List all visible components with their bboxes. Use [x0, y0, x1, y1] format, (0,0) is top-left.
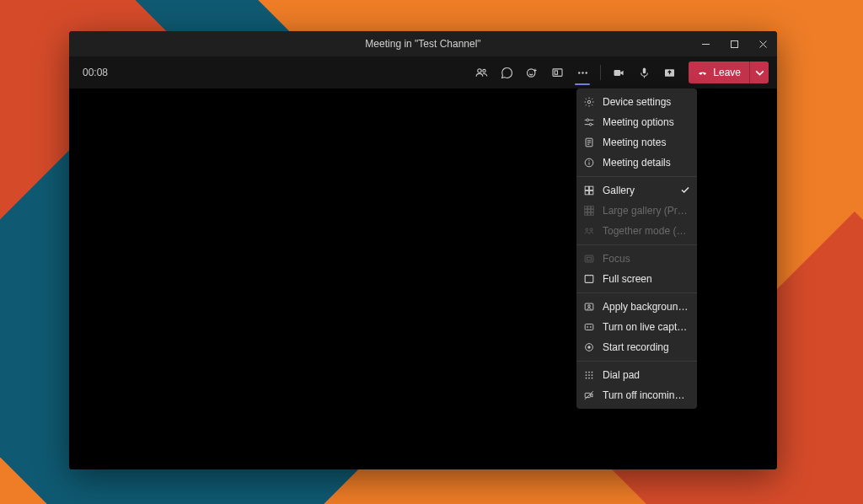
maximize-icon: [730, 40, 739, 49]
leave-label: Leave: [713, 67, 741, 78]
svg-rect-39: [591, 209, 593, 212]
titlebar: Meeting in "Test Channel": [69, 31, 777, 56]
svg-point-22: [589, 123, 592, 126]
close-button[interactable]: [748, 31, 777, 56]
maximize-button[interactable]: [720, 31, 748, 56]
more-actions-button[interactable]: [570, 56, 595, 88]
menu-gallery[interactable]: Gallery: [576, 180, 697, 201]
svg-rect-10: [555, 70, 557, 73]
svg-point-44: [590, 228, 592, 231]
menu-separator: [576, 244, 697, 245]
menu-live-captions[interactable]: Turn on live captions: [576, 317, 697, 337]
menu-focus: Focus: [576, 249, 697, 269]
svg-point-8: [532, 72, 533, 72]
record-icon: [583, 341, 595, 353]
menu-separator: [576, 292, 697, 293]
participants-button[interactable]: [469, 56, 494, 88]
svg-point-43: [586, 228, 588, 231]
svg-rect-40: [585, 212, 587, 215]
close-icon: [758, 40, 768, 49]
menu-background-effects[interactable]: Apply background effects: [576, 297, 697, 317]
minimize-icon: [701, 40, 710, 49]
menu-large-gallery: Large gallery (Preview): [576, 201, 697, 221]
svg-point-18: [587, 100, 591, 104]
meeting-window: Meeting in "Test Channel" 00:08: [69, 31, 777, 469]
svg-rect-45: [585, 255, 593, 262]
fullscreen-icon: [583, 273, 595, 285]
menu-label: Full screen: [603, 273, 689, 285]
reactions-icon: [525, 66, 539, 80]
menu-device-settings[interactable]: Device settings: [576, 92, 697, 112]
background-icon: [583, 301, 595, 313]
svg-rect-37: [585, 209, 587, 212]
svg-point-58: [592, 374, 593, 376]
svg-point-49: [588, 305, 591, 308]
menu-label: Large gallery (Preview): [603, 205, 689, 217]
svg-rect-36: [591, 206, 593, 209]
mic-button[interactable]: [631, 56, 657, 88]
menu-start-recording[interactable]: Start recording: [576, 337, 697, 357]
menu-label: Together mode (Preview): [603, 225, 689, 237]
toolbar-actions: Leave: [469, 56, 769, 88]
leave-caret[interactable]: [749, 62, 769, 83]
menu-label: Dial pad: [603, 369, 689, 381]
video-off-icon: [583, 389, 595, 401]
svg-rect-14: [614, 70, 620, 76]
menu-label: Device settings: [603, 96, 689, 108]
check-icon: [680, 185, 690, 195]
menu-label: Gallery: [603, 185, 689, 196]
svg-point-12: [582, 72, 583, 73]
svg-point-20: [587, 119, 589, 121]
menu-separator: [576, 361, 697, 362]
menu-full-screen[interactable]: Full screen: [576, 269, 697, 289]
svg-rect-38: [587, 209, 590, 212]
camera-button[interactable]: [606, 56, 631, 88]
menu-meeting-notes[interactable]: Meeting notes: [576, 132, 697, 153]
mic-icon: [637, 66, 651, 80]
menu-dial-pad[interactable]: Dial pad: [576, 365, 697, 385]
call-timer: 00:08: [83, 67, 108, 78]
rooms-icon: [550, 66, 565, 80]
together-icon: [583, 225, 595, 237]
leave-button[interactable]: Leave: [689, 62, 769, 83]
svg-rect-33: [589, 190, 592, 194]
chevron-down-icon: [754, 67, 765, 78]
menu-label: Turn on live captions: [603, 321, 689, 333]
svg-point-52: [587, 346, 591, 349]
svg-point-5: [483, 69, 485, 72]
svg-rect-15: [643, 67, 646, 73]
menu-meeting-details[interactable]: Meeting details: [576, 153, 697, 173]
svg-rect-35: [587, 206, 590, 209]
window-title: Meeting in "Test Channel": [69, 38, 777, 50]
minimize-button[interactable]: [691, 31, 720, 56]
reactions-button[interactable]: [519, 56, 544, 88]
svg-rect-47: [585, 276, 593, 283]
info-icon: [583, 157, 595, 169]
gallery-icon: [583, 185, 595, 196]
chat-icon: [500, 66, 514, 80]
menu-label: Meeting options: [603, 116, 689, 128]
window-controls: [691, 31, 777, 56]
share-button[interactable]: [657, 56, 682, 88]
camera-icon: [612, 66, 626, 80]
svg-rect-1: [731, 40, 737, 47]
menu-together-mode: Together mode (Preview): [576, 221, 697, 241]
svg-rect-41: [587, 212, 590, 215]
menu-incoming-video-off[interactable]: Turn off incoming video: [576, 385, 697, 405]
rooms-button[interactable]: [544, 56, 570, 88]
svg-line-63: [585, 391, 593, 399]
dialpad-icon: [583, 369, 595, 381]
hangup-icon: [697, 67, 708, 78]
svg-point-4: [478, 68, 481, 72]
svg-rect-30: [585, 186, 588, 190]
large-gallery-icon: [583, 205, 595, 217]
menu-label: Apply background effects: [603, 301, 689, 313]
more-icon: [576, 66, 590, 80]
call-toolbar: 00:08: [69, 56, 777, 88]
captions-icon: [583, 321, 595, 333]
svg-point-60: [588, 378, 590, 379]
menu-meeting-options[interactable]: Meeting options: [576, 112, 697, 132]
chat-button[interactable]: [494, 56, 519, 88]
menu-label: Meeting details: [603, 157, 689, 169]
leave-button-main[interactable]: Leave: [689, 62, 749, 83]
